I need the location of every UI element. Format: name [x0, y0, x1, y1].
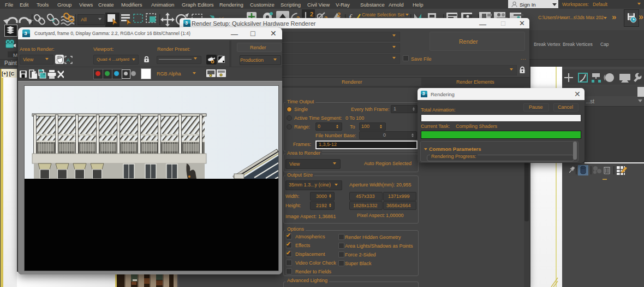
svg-text:2: 2 — [337, 11, 341, 18]
svg-text:3: 3 — [24, 30, 27, 36]
svg-text:2: 2 — [310, 11, 313, 17]
svg-text:3: 3 — [185, 20, 188, 26]
svg-text:3: 3 — [422, 91, 425, 96]
svg-text:A: A — [67, 57, 70, 63]
